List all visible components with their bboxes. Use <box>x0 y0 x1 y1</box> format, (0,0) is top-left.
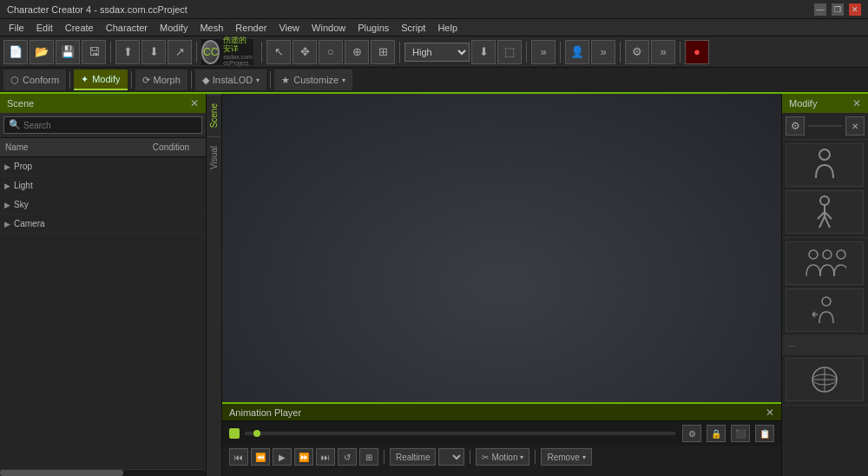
maximize-button[interactable]: ❐ <box>832 3 844 16</box>
customize-btn[interactable]: ★ Customize ▾ <box>274 69 352 90</box>
scene-panel-close[interactable]: ✕ <box>190 97 199 109</box>
export2-button[interactable]: ↗ <box>168 40 192 64</box>
sub-sep-1 <box>69 71 70 89</box>
more-tools-btn[interactable]: » <box>531 40 556 64</box>
minimize-button[interactable]: — <box>814 3 826 16</box>
timeline-copy-btn[interactable]: ⬛ <box>731 425 750 442</box>
anim-remove-btn[interactable]: Remove ▾ <box>541 448 591 466</box>
anim-prev-btn[interactable]: ⏪ <box>251 448 270 466</box>
right-pose-btn[interactable] <box>786 190 864 234</box>
scene-row-light[interactable]: ▶ Light <box>0 176 206 195</box>
save-button[interactable]: 💾 <box>56 40 80 64</box>
remove-arrow: ▾ <box>582 453 586 461</box>
scene-scrollbar[interactable] <box>0 469 206 476</box>
settings-btn[interactable]: ⚙ <box>625 40 649 64</box>
svg-point-1 <box>820 196 829 205</box>
right-panel-close[interactable]: ✕ <box>852 97 861 109</box>
screenshot-button[interactable]: ⬚ <box>497 40 522 64</box>
main-toolbar: 📄 📂 💾 🖫 ⬆ ⬇ ↗ CC 伤逝的安详 ssdax.com ccProje… <box>0 36 868 68</box>
quality-select[interactable]: Low Medium High Ultra <box>404 43 470 62</box>
side-tab-scene[interactable]: Scene <box>207 94 221 136</box>
customize-arrow: ▾ <box>342 76 345 84</box>
menu-item-view[interactable]: View <box>273 21 305 35</box>
record-btn[interactable]: ● <box>685 40 709 64</box>
scene-row-prop[interactable]: ▶ Prop <box>0 157 206 176</box>
transform-tool[interactable]: ⊞ <box>371 40 395 64</box>
morph-btn[interactable]: ⟳ Morph <box>135 69 187 90</box>
rotate-tool[interactable]: ○ <box>319 40 343 64</box>
new-button[interactable]: 📄 <box>3 40 28 64</box>
right-mesh-btn[interactable] <box>786 358 864 401</box>
more-btn2[interactable]: » <box>591 40 615 64</box>
right-settings-btn[interactable]: ⚙ <box>786 116 805 136</box>
anim-rewind-btn[interactable]: ⏮ <box>229 448 248 466</box>
side-tab-visual[interactable]: Visual <box>207 136 221 178</box>
scene-row-camera[interactable]: ▶ Camera <box>0 215 206 234</box>
timeline-end-controls: ⚙ 🔒 ⬛ 📋 <box>682 425 774 442</box>
menu-item-character[interactable]: Character <box>101 21 153 35</box>
menu-item-script[interactable]: Script <box>396 21 431 35</box>
prop-arrow: ▶ <box>0 162 14 171</box>
avatar-btn[interactable]: 👤 <box>565 40 589 64</box>
viewport-main[interactable] <box>222 94 781 402</box>
camera-label: Camera <box>14 219 136 228</box>
timeline-paste-btn[interactable]: 📋 <box>755 425 774 442</box>
conform-label: Conform <box>23 75 59 85</box>
anim-player-close[interactable]: ✕ <box>766 407 774 419</box>
open-button[interactable]: 📂 <box>30 40 54 64</box>
right-section-top: ⚙ ✕ <box>782 113 868 140</box>
right-character-btn[interactable] <box>786 143 864 187</box>
light-label: Light <box>14 181 136 190</box>
scale-tool[interactable]: ⊕ <box>345 40 369 64</box>
right-section-icons <box>782 140 868 238</box>
menu-item-modify[interactable]: Modify <box>155 21 193 35</box>
anim-record-btn[interactable]: ⊞ <box>359 448 378 466</box>
side-tabs: Scene Visual <box>207 94 222 476</box>
anim-motion-btn[interactable]: ✂ Motion ▾ <box>476 448 529 466</box>
prop-label: Prop <box>14 162 136 171</box>
scene-row-sky[interactable]: ▶ Sky <box>0 195 206 215</box>
close-button[interactable]: ✕ <box>849 3 861 16</box>
frame-select[interactable]: 0 <box>438 448 464 466</box>
menu-item-file[interactable]: File <box>3 21 30 35</box>
anim-play-btn[interactable]: ▶ <box>273 448 292 466</box>
motion-label: Motion <box>491 453 517 462</box>
menu-item-mesh[interactable]: Mesh <box>194 21 228 35</box>
anim-end-btn[interactable]: ⏭ <box>316 448 335 466</box>
right-import-btn[interactable] <box>786 288 864 332</box>
anim-frame-counter: 0 <box>438 448 464 466</box>
scrollbar-thumb <box>0 470 123 476</box>
timeline-bar[interactable] <box>245 432 675 435</box>
menu-item-render[interactable]: Render <box>230 21 272 35</box>
modify-btn[interactable]: ✦ Modify <box>74 69 127 90</box>
anim-realtime-btn[interactable]: Realtime <box>390 448 436 466</box>
instalod-btn[interactable]: ◆ InstaLOD ▾ <box>195 69 266 90</box>
timeline-lock-btn[interactable]: 🔒 <box>707 425 726 442</box>
anim-loop-btn[interactable]: ↺ <box>338 448 357 466</box>
right-group-btn[interactable] <box>786 241 864 285</box>
render-button[interactable]: ⬇ <box>471 40 496 64</box>
menu-item-window[interactable]: Window <box>306 21 351 35</box>
timeline[interactable]: ⚙ 🔒 ⬛ 📋 <box>222 421 781 446</box>
timeline-settings-btn[interactable]: ⚙ <box>682 425 701 442</box>
move-tool[interactable]: ✥ <box>293 40 317 64</box>
svg-point-4 <box>837 250 845 259</box>
export-button[interactable]: ⬇ <box>141 40 166 64</box>
modify-icon: ✦ <box>81 74 89 85</box>
menu-item-edit[interactable]: Edit <box>31 21 58 35</box>
save-as-button[interactable]: 🖫 <box>82 40 106 64</box>
menu-item-create[interactable]: Create <box>60 21 99 35</box>
more-btn3[interactable]: » <box>651 40 675 64</box>
conform-btn[interactable]: ⬡ Conform <box>3 69 66 90</box>
col-name-header: Name <box>0 142 136 152</box>
menu-item-help[interactable]: Help <box>432 21 463 35</box>
right-close-btn[interactable]: ✕ <box>845 116 865 136</box>
mesh-icon-svg <box>807 362 842 397</box>
import-button[interactable]: ⬆ <box>115 40 140 64</box>
menu-item-plugins[interactable]: Plugins <box>352 21 394 35</box>
anim-next-btn[interactable]: ⏩ <box>294 448 313 466</box>
select-tool[interactable]: ↖ <box>266 40 291 64</box>
character-icon-svg <box>809 148 840 182</box>
app-logo: CC 伤逝的安详 ssdax.com ccProject <box>201 39 253 65</box>
search-input[interactable] <box>3 116 202 134</box>
